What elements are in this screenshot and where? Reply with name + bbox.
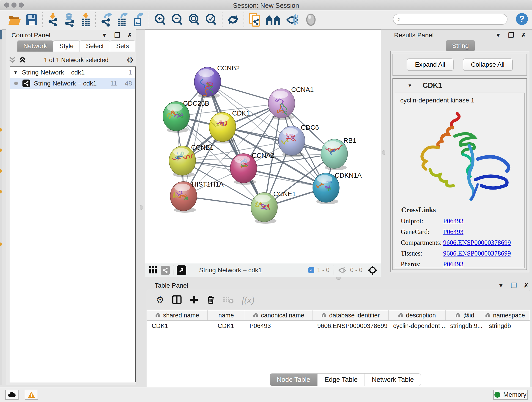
table-panel-close-icon[interactable]: ✗ — [524, 282, 529, 289]
selected-checkbox-icon[interactable]: ✓ — [308, 267, 314, 273]
tab-select[interactable]: Select — [80, 40, 110, 51]
zoom-fit-button[interactable] — [188, 12, 201, 27]
network-node-hist1h1a[interactable]: HIST1H1A — [170, 181, 224, 213]
network-panel-toolbar: 1 of 1 Network selected ⚙ — [9, 55, 133, 65]
network-node-ccnb1[interactable]: CCNB1 — [169, 144, 214, 177]
export-table-button[interactable] — [116, 12, 128, 27]
table-settings-gear-icon[interactable]: ⚙ — [156, 294, 164, 305]
table-panel-float-icon[interactable]: ❒ — [511, 281, 517, 289]
expand-all-button[interactable]: Expand All — [407, 58, 453, 71]
results-panel-collapse-icon[interactable]: ▼ — [495, 32, 501, 39]
column-header--id[interactable]: @id — [446, 310, 484, 320]
collection-disclosure-icon[interactable]: ▼ — [13, 70, 18, 75]
zoom-in-button[interactable] — [154, 12, 167, 27]
export-image-button[interactable] — [133, 12, 144, 27]
show-columns-icon[interactable] — [172, 295, 182, 304]
warning-status-button[interactable] — [25, 390, 38, 400]
gene-disclosure-icon[interactable]: ▼ — [408, 83, 412, 88]
column-header-namespace[interactable]: namespace — [484, 310, 526, 320]
tab-network-table[interactable]: Network Table — [365, 373, 421, 386]
crosslink-link[interactable]: 9606.ENSP00000378699 — [443, 239, 511, 246]
table-cell[interactable]: CDK1 — [208, 321, 245, 331]
network-node-cdkn1a[interactable]: CDKN1A — [313, 172, 362, 204]
results-panel-close-icon[interactable]: ✗ — [521, 32, 526, 39]
control-panel-collapse-icon[interactable]: ▼ — [101, 32, 108, 39]
birds-eye-view-button[interactable] — [177, 265, 186, 275]
table-cell[interactable]: P06493 — [245, 321, 313, 331]
search-input[interactable] — [401, 16, 499, 23]
right-splitter-handle[interactable] — [382, 150, 385, 155]
network-node-cdk1[interactable]: CDK1 — [209, 109, 250, 143]
hidden-node-edge-counts: 0 - 0 — [350, 267, 362, 274]
crosslink-link[interactable]: P06493 — [443, 217, 463, 225]
network-collection-row[interactable]: ▼ String Network – cdk1 1 — [10, 67, 135, 78]
control-panel-float-icon[interactable]: ❒ — [114, 31, 120, 39]
show-all-button[interactable] — [304, 12, 317, 27]
column-header-shared-name[interactable]: shared name — [147, 310, 208, 320]
delete-column-icon[interactable] — [206, 295, 215, 305]
crosslink-link[interactable]: P06493 — [443, 228, 463, 236]
grid-view-icon[interactable] — [149, 265, 157, 275]
crosslink-row: GeneCard:P06493 — [401, 228, 524, 236]
left-splitter-handle[interactable] — [140, 205, 143, 210]
duplicate-network-button[interactable] — [249, 12, 261, 27]
network-node-ccnb2[interactable]: CCNB2 — [194, 64, 240, 98]
network-options-gear-icon[interactable]: ⚙ — [127, 56, 133, 65]
table-cell[interactable]: stringdb — [484, 321, 526, 331]
column-header-description[interactable]: description — [389, 310, 446, 320]
search-box[interactable]: ⌕ — [393, 14, 507, 25]
control-panel-close-icon[interactable]: ✗ — [127, 32, 132, 39]
tab-edge-table[interactable]: Edge Table — [317, 373, 365, 386]
tab-style[interactable]: Style — [53, 40, 80, 51]
table-cell[interactable]: CDK1 — [147, 321, 208, 331]
results-panel-float-icon[interactable]: ❒ — [508, 31, 514, 39]
hide-selected-button[interactable] — [286, 12, 300, 27]
export-network-button[interactable] — [100, 12, 112, 27]
save-session-button[interactable] — [26, 12, 38, 27]
table-cell[interactable]: 9606.ENSP00000378699 — [313, 321, 389, 331]
import-table-icon — [80, 13, 91, 27]
expand-all-icon[interactable] — [19, 56, 26, 64]
network-edge[interactable] — [208, 82, 264, 207]
network-node-ccne1[interactable]: CCNE1 — [251, 190, 296, 224]
open-session-button[interactable] — [8, 12, 22, 27]
import-network-file-button[interactable] — [47, 12, 58, 27]
network-row[interactable]: String Network – cdk1 11 48 — [10, 78, 135, 89]
add-column-icon[interactable] — [190, 295, 199, 304]
network-node-cdc25b[interactable]: CDC25B — [163, 100, 209, 133]
tab-network[interactable]: Network — [17, 40, 53, 51]
table-cell[interactable]: cyclin-dependent ... — [389, 321, 446, 331]
collection-count: 1 — [128, 69, 132, 76]
crosshair-icon[interactable] — [367, 265, 378, 275]
tab-node-table[interactable]: Node Table — [270, 373, 317, 386]
table-panel-collapse-icon[interactable]: ▼ — [498, 282, 504, 289]
collapse-all-icon[interactable] — [9, 56, 16, 64]
column-header-database-identifier[interactable]: database identifier — [313, 310, 389, 320]
collapse-all-button[interactable]: Collapse All — [463, 58, 513, 71]
column-type-icon — [456, 312, 461, 319]
crosslink-link[interactable]: 9606.ENSP00000378699 — [443, 249, 511, 257]
first-neighbors-button[interactable] — [266, 12, 282, 27]
column-header-canonical-name[interactable]: canonical name — [245, 310, 313, 320]
network-node-cdc6[interactable]: CDC6 — [278, 124, 319, 157]
help-button[interactable]: ? — [516, 13, 528, 25]
eye-slash-icon — [286, 13, 300, 26]
table-cell[interactable]: stringdb:9... — [446, 321, 484, 331]
network-node-ccna1[interactable]: CCNA1 — [268, 86, 314, 120]
crosslink-link[interactable]: P06493 — [443, 260, 463, 268]
network-edge[interactable] — [184, 82, 208, 196]
zoom-out-button[interactable] — [171, 12, 184, 27]
column-header-name[interactable]: name — [208, 310, 245, 320]
string-view-icon[interactable] — [161, 266, 170, 275]
import-table-file-button[interactable] — [80, 12, 91, 27]
network-node-rb1[interactable]: RB1 — [321, 137, 356, 170]
tab-sets[interactable]: Sets — [110, 40, 135, 51]
memory-button[interactable]: Memory — [493, 390, 528, 400]
network-canvas[interactable]: CCNB2CCNA1CDC25BCDK1CDC6RB1CCNB1CCNA2CDK… — [145, 29, 381, 263]
tab-string[interactable]: String — [446, 40, 475, 51]
refresh-button[interactable] — [227, 12, 239, 27]
zoom-selected-button[interactable] — [205, 12, 217, 27]
cloud-status-button[interactable] — [5, 390, 19, 400]
import-network-database-button[interactable] — [63, 12, 76, 27]
table-row[interactable]: CDK1CDK1P064939606.ENSP00000378699cyclin… — [147, 321, 530, 331]
